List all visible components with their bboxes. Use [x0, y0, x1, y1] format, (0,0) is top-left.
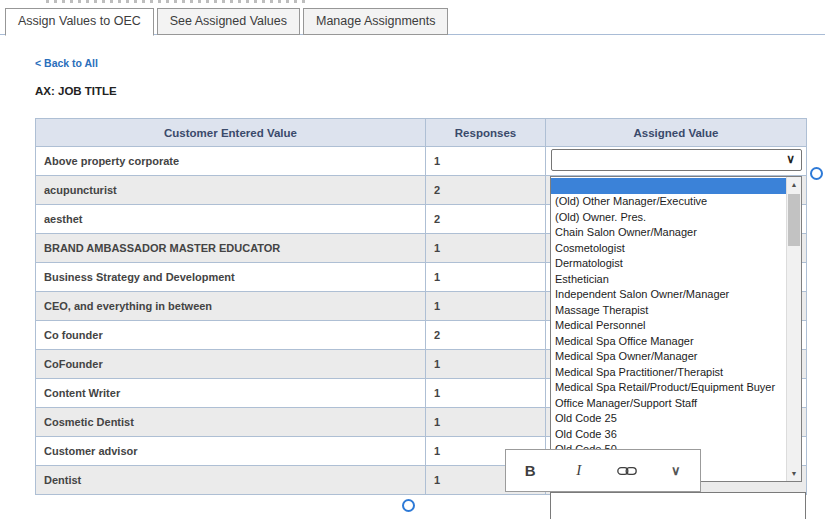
cell-customer-value: BRAND AMBASSADOR MASTER EDUCATOR	[36, 234, 426, 263]
dropdown-option[interactable]: Medical Spa Owner/Manager	[551, 349, 786, 365]
assigned-value-dropdown-list: (Old) Other Manager/Executive(Old) Owner…	[550, 176, 802, 482]
cell-responses: 1	[426, 350, 546, 379]
back-to-all-link[interactable]: < Back to All	[35, 57, 98, 69]
dropdown-option[interactable]: Massage Therapist	[551, 303, 786, 319]
dropdown-option[interactable]: (Old) Owner. Pres.	[551, 210, 786, 226]
header-customer-entered-value: Customer Entered Value	[36, 119, 426, 147]
dropdown-option[interactable]: Old Code 25	[551, 411, 786, 427]
assigned-value-select[interactable]: ∨	[551, 149, 802, 171]
tab-see-assigned-values[interactable]: See Assigned Values	[157, 8, 300, 35]
cell-customer-value: Above property corporate	[36, 147, 426, 176]
dropdown-option[interactable]: Medical Spa Office Manager	[551, 334, 786, 350]
header-responses: Responses	[426, 119, 546, 147]
page-title: AX: JOB TITLE	[35, 85, 117, 97]
pointer-circle-bottom	[402, 499, 415, 512]
cell-responses: 2	[426, 176, 546, 205]
bold-button[interactable]: B	[515, 462, 545, 479]
dropdown-option[interactable]: Cosmetologist	[551, 241, 786, 257]
cell-responses: 1	[426, 234, 546, 263]
toolbar-chevron-down-icon[interactable]: ∨	[661, 463, 691, 478]
cell-customer-value: Dentist	[36, 466, 426, 495]
cell-responses: 1	[426, 379, 546, 408]
dropdown-options: (Old) Other Manager/Executive(Old) Owner…	[551, 178, 786, 481]
dropdown-option[interactable]: Independent Salon Owner/Manager	[551, 287, 786, 303]
dropdown-option[interactable]	[551, 178, 786, 194]
dropdown-scrollbar[interactable]: ▲ ▼	[786, 177, 801, 481]
tab-strip: Assign Values to OEC See Assigned Values…	[0, 8, 825, 35]
cropped-top-text	[46, 0, 308, 3]
dropdown-option[interactable]: Old Code 36	[551, 427, 786, 443]
dropdown-option[interactable]: Medical Spa Practitioner/Therapist	[551, 365, 786, 381]
dropdown-option[interactable]: Chain Salon Owner/Manager	[551, 225, 786, 241]
link-icon	[612, 464, 642, 478]
cell-responses: 1	[426, 147, 546, 176]
dropdown-option[interactable]: Dermatologist	[551, 256, 786, 272]
tab-manage-assignments[interactable]: Manage Assignments	[303, 8, 449, 35]
cell-customer-value: Co founder	[36, 321, 426, 350]
scroll-up-icon[interactable]: ▲	[787, 177, 801, 192]
cell-customer-value: Cosmetic Dentist	[36, 408, 426, 437]
scroll-down-icon[interactable]: ▼	[787, 466, 801, 481]
dropdown-option[interactable]: Office Manager/Support Staff	[551, 396, 786, 412]
chevron-down-icon: ∨	[786, 152, 795, 166]
cell-customer-value: CoFounder	[36, 350, 426, 379]
cell-customer-value: Business Strategy and Development	[36, 263, 426, 292]
scrollbar-thumb[interactable]	[788, 194, 800, 246]
pointer-circle-right	[810, 167, 823, 180]
cell-responses: 2	[426, 205, 546, 234]
table-header-row: Customer Entered Value Responses Assigne…	[36, 119, 807, 147]
cell-customer-value: Content Writer	[36, 379, 426, 408]
cell-responses: 1	[426, 263, 546, 292]
cell-responses: 1	[426, 408, 546, 437]
link-button[interactable]	[612, 464, 642, 478]
cell-responses: 2	[426, 321, 546, 350]
cell-customer-value: CEO, and everything in between	[36, 292, 426, 321]
cell-customer-value: acupuncturist	[36, 176, 426, 205]
cell-customer-value: Customer advisor	[36, 437, 426, 466]
dropdown-option[interactable]: Medical Spa Retail/Product/Equipment Buy…	[551, 380, 786, 396]
dropdown-option[interactable]: (Old) Other Manager/Executive	[551, 194, 786, 210]
italic-button[interactable]: I	[564, 462, 594, 479]
dropdown-option[interactable]: Esthetician	[551, 272, 786, 288]
partial-input-box[interactable]	[550, 492, 806, 519]
text-editor-toolbar: B I ∨	[505, 449, 701, 492]
cell-customer-value: aesthet	[36, 205, 426, 234]
cell-responses: 1	[426, 292, 546, 321]
header-assigned-value: Assigned Value	[546, 119, 807, 147]
assign-values-page: Assign Values to OEC See Assigned Values…	[0, 0, 825, 519]
tab-assign-values-to-oec[interactable]: Assign Values to OEC	[5, 8, 154, 36]
dropdown-option[interactable]: Medical Personnel	[551, 318, 786, 334]
